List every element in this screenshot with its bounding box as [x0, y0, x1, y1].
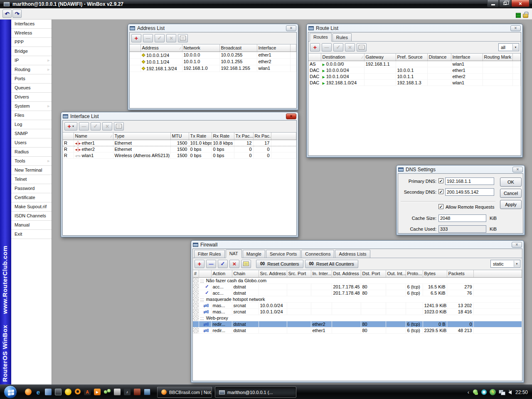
interface-row[interactable]: R ether2 Ethernet 1500 0 bps 0 bps 0 0 — [63, 146, 296, 152]
redo-button[interactable] — [12, 10, 22, 18]
col-broadcast[interactable]: Broadcast — [219, 44, 257, 52]
route-list-close-button[interactable]: × — [510, 25, 521, 31]
firewall-filter-dropdown[interactable]: static — [490, 260, 520, 268]
undo-button[interactable] — [2, 10, 12, 18]
address-list-titlebar[interactable]: Address List × — [128, 24, 298, 32]
comment-button[interactable] — [357, 43, 367, 52]
nat-comment-row[interactable]: ;;;masquerade hotspot network — [193, 296, 522, 302]
apply-button[interactable]: Apply — [500, 200, 522, 209]
network-app-icon[interactable] — [144, 389, 150, 395]
col-dst-port[interactable]: Dst. Port — [361, 270, 386, 277]
sidebar-item-exit[interactable]: Exit — [11, 230, 52, 239]
route-list-titlebar[interactable]: Route List × — [307, 24, 522, 32]
col-out-interface[interactable]: Out. Int... — [386, 270, 406, 277]
aimp-icon[interactable] — [75, 389, 81, 394]
comment-button[interactable] — [114, 122, 124, 131]
col-action[interactable]: Action — [211, 270, 232, 277]
cache-size-input[interactable] — [438, 214, 486, 222]
remote-desktop-icon[interactable] — [55, 389, 62, 395]
tab-service-ports[interactable]: Service Ports — [266, 250, 300, 258]
media-player-classic-icon[interactable]: ▶ — [94, 389, 101, 395]
comment-button[interactable] — [241, 260, 251, 268]
col-rx-pac[interactable]: Rx Pac... — [253, 133, 271, 140]
sidebar-item-drivers[interactable]: Drivers — [11, 93, 52, 102]
add-button[interactable] — [131, 34, 141, 42]
nat-rule-row-selected[interactable]: redir... dstnat ether2 80 6 (tcp) 0 B 0 — [193, 321, 522, 327]
window-app-icon[interactable] — [114, 389, 121, 395]
sidebar-item-new-terminal[interactable]: New Terminal — [11, 166, 52, 175]
col-type[interactable]: Type — [113, 133, 170, 140]
sidebar-item-telnet[interactable]: Telnet — [11, 175, 52, 184]
disable-button[interactable] — [166, 34, 176, 42]
reset-counters-button[interactable]: 00 Reset Counters — [256, 260, 303, 268]
remove-button[interactable] — [79, 122, 89, 131]
nat-rule-row[interactable]: mas... srcnat 10.0.0.0/24 1241.9 KiB 13 … — [193, 302, 522, 308]
col-mtu[interactable]: MTU — [170, 133, 189, 140]
sidebar-item-log[interactable]: Log — [11, 120, 52, 129]
tab-nat[interactable]: NAT — [226, 249, 242, 258]
firewall-close-button[interactable]: × — [512, 242, 522, 248]
dns-settings-close-button[interactable]: × — [512, 167, 523, 172]
address-row[interactable]: 10.0.1.1/24 10.0.1.0 10.0.1.255 ether2 — [130, 58, 296, 65]
col-network[interactable]: Network — [182, 44, 219, 52]
sidebar-item-isdn-channels[interactable]: ISDN Channels — [11, 212, 52, 221]
add-button[interactable] — [310, 43, 320, 52]
enable-button[interactable] — [218, 260, 228, 268]
remove-button[interactable] — [206, 260, 216, 268]
col-interface[interactable]: Interface — [257, 44, 290, 52]
col-packets[interactable]: Packets — [447, 270, 473, 277]
address-row[interactable]: 10.0.0.1/24 10.0.0.0 10.0.0.255 ether1 — [130, 52, 296, 58]
dns-settings-titlebar[interactable]: DNS Settings × — [397, 165, 525, 173]
hardware-app-icon[interactable] — [134, 389, 140, 395]
sidebar-item-files[interactable]: Files — [11, 111, 52, 120]
task-button-browser[interactable]: BBCBrasil.com | Not... — [157, 387, 212, 398]
col-in-interface[interactable]: In. Inter... — [311, 270, 332, 277]
interface-row[interactable]: R wlan1 Wireless (Atheros AR5213) 1500 0… — [63, 152, 296, 158]
sidebar-item-routing[interactable]: Routing — [11, 65, 52, 74]
tab-filter-rules[interactable]: Filter Rules — [194, 250, 225, 258]
route-filter-dropdown[interactable]: all — [498, 43, 519, 51]
interface-list-close-button[interactable]: × — [286, 113, 296, 119]
nat-comment-row[interactable]: ;;;Não fazer cash da Globo.com — [193, 277, 522, 283]
col-protocol[interactable]: Proto... — [406, 270, 423, 277]
route-row[interactable]: DAC 192.168.1.0/24 192.168.1.3 wlan1 — [308, 79, 521, 86]
sidebar-item-tools[interactable]: Tools — [11, 157, 52, 166]
sidebar-item-system[interactable]: System — [11, 102, 52, 111]
address-list-close-button[interactable]: × — [286, 25, 296, 31]
secondary-dns-input[interactable] — [445, 188, 494, 196]
start-button[interactable] — [4, 385, 17, 399]
reset-all-counters-button[interactable]: 00 Reset All Counters — [305, 260, 358, 268]
col-tx-rate[interactable]: Tx Rate — [189, 133, 212, 140]
disable-button[interactable] — [345, 43, 355, 52]
tab-routes[interactable]: Routes — [310, 33, 332, 42]
address-row[interactable]: 192.168.1.3/24 192.168.1.0 192.168.1.255… — [130, 65, 296, 71]
col-address[interactable]: Address — [140, 44, 182, 52]
irc-tray-icon[interactable] — [481, 389, 487, 395]
sidebar-item-ports[interactable]: Ports — [11, 74, 52, 84]
comment-button[interactable] — [178, 34, 188, 42]
sidebar-item-ip[interactable]: IP — [11, 56, 52, 65]
route-row[interactable]: AS 0.0.0.0/0 192.168.1.1 wlan1 — [308, 61, 521, 67]
col-bytes[interactable]: Bytes — [423, 270, 447, 277]
sidebar-item-password[interactable]: Password — [11, 184, 52, 193]
restore-button[interactable] — [499, 0, 511, 7]
cancel-button[interactable]: Cancel — [500, 189, 522, 198]
close-button[interactable]: × — [511, 0, 530, 7]
nat-rule-row[interactable]: redir... dstnat ether1 80 6 (tcp) 2329.5… — [193, 327, 522, 333]
sidebar-item-wireless[interactable]: Wireless — [11, 29, 52, 38]
disable-button[interactable] — [102, 122, 112, 131]
sidebar-item-bridge[interactable]: Bridge — [11, 47, 52, 56]
sidebar-item-radius[interactable]: Radius — [11, 148, 52, 157]
allow-remote-requests-checkbox[interactable] — [438, 204, 443, 209]
firefox-icon[interactable] — [25, 389, 32, 395]
tab-mangle[interactable]: Mangle — [243, 250, 265, 258]
col-src-address[interactable]: Src. Address — [259, 270, 287, 277]
col-dst-address[interactable]: Dst. Address — [332, 270, 361, 277]
media-app-yellow-icon[interactable] — [65, 389, 71, 395]
col-src-port[interactable]: Src. Port — [287, 270, 311, 277]
col-destination[interactable]: Destination — [321, 54, 364, 61]
sidebar-item-users[interactable]: Users — [11, 138, 52, 148]
route-row[interactable]: DAC 10.0.1.0/24 10.0.1.1 ether2 — [308, 73, 521, 79]
sidebar-item-certificate[interactable]: Certificate — [11, 193, 52, 202]
col-rx-rate[interactable]: Rx Rate — [212, 133, 234, 140]
